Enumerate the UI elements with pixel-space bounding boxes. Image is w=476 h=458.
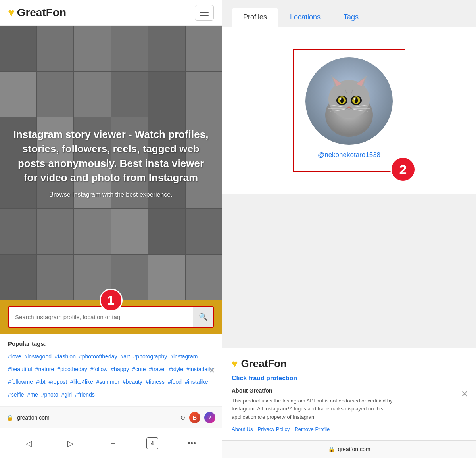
tag-follow[interactable]: #follow [90,364,108,375]
browser-bar-left: 🔒 greatfon.com ↻ B ? [0,407,222,428]
about-us-link[interactable]: About Us [232,426,253,432]
tag-happy[interactable]: #happy [111,364,129,375]
nav-bar-left: ◁ ▷ ＋ 4 ••• [0,428,222,458]
search-button[interactable]: 🔍 [193,307,213,327]
profile-card: @nekonekotaro1538 2 [293,49,405,172]
tag-picotheday[interactable]: #picotheday [57,364,87,375]
hero-subtitle: Browse Instagram with the best experienc… [49,191,172,198]
middle-section [222,194,476,348]
back-button[interactable]: ◁ [19,435,38,451]
profile-avatar[interactable] [305,57,393,145]
step-badge-1: 1 [100,289,123,312]
tag-beauty[interactable]: #beauty [123,376,142,387]
footer-links: About Us Privacy Policy Remove Profile [232,426,466,432]
hamburger-line-1 [200,10,209,10]
new-tab-button[interactable]: ＋ [103,435,123,452]
hero-text-overlay: Instagram story viewer - Watch profiles,… [0,26,222,300]
about-heading: About Greatfon [232,387,466,394]
tag-girl[interactable]: #girl [61,389,72,400]
svg-point-16 [340,98,342,100]
lock-icon: 🔒 [6,414,13,421]
hamburger-line-3 [200,15,209,16]
lock-icon-right: 🔒 [328,446,335,452]
popular-tags-section: Popular tags: #love #instagood #fashion … [0,334,222,407]
tag-cute[interactable]: #cute [132,364,146,375]
remove-profile-link[interactable]: Remove Profile [294,426,330,432]
hero-area: Instagram story viewer - Watch profiles,… [0,26,222,300]
privacy-policy-link[interactable]: Privacy Policy [257,426,290,432]
tag-art[interactable]: #art [120,351,130,362]
right-panel: Profiles Locations Tags [222,0,476,458]
about-text: This product uses the Instagram API but … [232,397,406,422]
tag-friends[interactable]: #friends [75,389,95,400]
profile-card-area: @nekonekotaro1538 2 [222,27,476,194]
tag-style[interactable]: #style [169,364,184,375]
tab-profiles[interactable]: Profiles [232,8,278,27]
tag-love[interactable]: #love [8,351,21,362]
hamburger-button[interactable] [195,5,214,21]
tag-like4like[interactable]: #like4like [70,376,93,387]
url-text-right: greatfon.com [338,446,370,452]
close-info-button[interactable]: ✕ [461,389,468,399]
tag-me[interactable]: #me [27,389,38,400]
search-section: 1 🔍 [0,300,222,334]
svg-point-2 [328,80,370,118]
click-fraud-link[interactable]: Click fraud protection [232,375,466,382]
tab-count[interactable]: 4 [146,437,158,449]
forward-button[interactable]: ▷ [61,435,80,451]
logo-area: ♥ GreatFon [8,6,66,19]
left-panel: ♥ GreatFon Instagram story viewer - [0,0,222,458]
brave-icon: B [189,412,200,423]
bottom-info-section: ♥ GreatFon Click fraud protection About … [222,348,476,440]
vpn-icon: ? [204,412,215,423]
svg-point-17 [354,98,356,100]
tag-photo[interactable]: #photo [41,389,58,400]
tag-food[interactable]: #food [168,376,182,387]
cat-image [305,57,393,145]
tag-repost[interactable]: #repost [48,376,67,387]
refresh-icon[interactable]: ↻ [180,414,185,422]
step-badge-2: 2 [390,157,416,182]
tag-instagood[interactable]: #instagood [24,351,52,362]
tag-photography[interactable]: #photography [133,351,167,362]
logo-text: GreatFon [17,6,66,19]
close-tags-button[interactable]: ✕ [209,366,215,374]
tag-beautiful[interactable]: #beautiful [8,364,32,375]
tag-followme[interactable]: #followme [8,376,33,387]
tag-travel[interactable]: #travel [149,364,166,375]
hero-title: Instagram story viewer - Watch profiles,… [12,127,210,185]
browser-bar-right: 🔒 greatfon.com [222,440,476,458]
tag-fashion[interactable]: #fashion [55,351,76,362]
tag-fitness[interactable]: #fitness [146,376,165,387]
more-button[interactable]: ••• [181,435,202,451]
logo-heart-icon: ♥ [8,6,15,19]
tag-selfie[interactable]: #selfie [8,389,24,400]
greatfon-logo-row: ♥ GreatFon [232,358,466,370]
bottom-logo-text: GreatFon [241,358,287,370]
tag-instagram[interactable]: #instagram [170,351,198,362]
tag-instalike[interactable]: #instalike [185,376,208,387]
bottom-logo-heart-icon: ♥ [232,358,238,370]
tab-locations[interactable]: Locations [278,8,332,27]
tag-summer[interactable]: #summer [96,376,119,387]
tags-container: #love #instagood #fashion #photooftheday… [8,351,214,400]
profile-username[interactable]: @nekonekotaro1538 [318,151,380,159]
popular-tags-label: Popular tags: [8,340,214,347]
tag-nature[interactable]: #nature [35,364,54,375]
url-text-left: greatfon.com [17,414,176,421]
tabs-area: Profiles Locations Tags [222,0,476,27]
browser-actions: ↻ B ? [180,412,215,423]
hamburger-line-2 [200,12,209,13]
left-header: ♥ GreatFon [0,0,222,26]
search-input[interactable] [9,308,193,326]
search-icon: 🔍 [199,312,207,321]
tag-photooftheday[interactable]: #photooftheday [79,351,117,362]
tag-tbt[interactable]: #tbt [36,376,45,387]
tab-tags[interactable]: Tags [332,8,370,27]
